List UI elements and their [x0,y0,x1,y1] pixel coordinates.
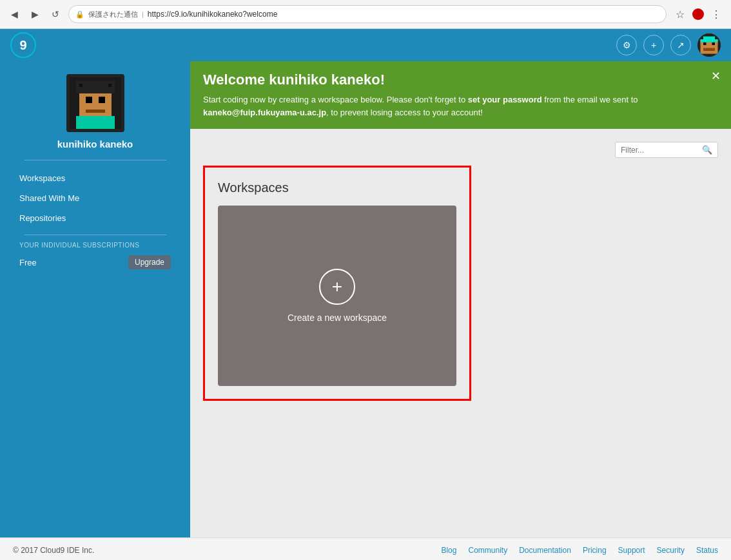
sidebar-item-shared-with-me[interactable]: Shared With Me [13,188,177,208]
search-icon: 🔍 [702,145,712,155]
copyright: © 2017 Cloud9 IDE Inc. [13,546,94,555]
url-display: https://c9.io/kunihikokaneko?welcome [148,10,659,19]
browser-right-icons: ☆ ⋮ [672,6,725,23]
subscription-label: YOUR INDIVIDUAL SUBSCRIPTIONS [0,242,190,249]
top-nav: 9 ⚙ + ↗ [0,29,731,61]
footer-link-security[interactable]: Security [657,546,685,555]
sidebar-username: kunihiko kaneko [57,139,133,150]
workspace-header-row: 🔍 [203,142,718,158]
main-body: kunihiko kaneko Workspaces Shared With M… [0,61,731,537]
footer-link-support[interactable]: Support [618,546,645,555]
welcome-text: Start coding now by creating a workspace… [203,93,718,119]
subscription-row: Free Upgrade [0,255,190,269]
svg-rect-5 [703,37,715,40]
workspace-section: 🔍 Workspaces + Create a new workspace [190,129,731,537]
welcome-close-button[interactable]: ✕ [711,69,721,83]
upgrade-button[interactable]: Upgrade [128,255,171,269]
welcome-set-password: set your password [468,95,542,104]
plus-icon: + [332,276,342,297]
footer: © 2017 Cloud9 IDE Inc. Blog Community Do… [0,537,731,560]
svg-rect-12 [99,97,105,103]
workspace-box: Workspaces + Create a new workspace [203,166,471,401]
welcome-text-middle: from the email we sent to [542,95,638,104]
app-container: 9 ⚙ + ↗ [0,29,731,537]
create-workspace-label: Create a new workspace [288,313,387,323]
svg-rect-16 [108,84,112,87]
welcome-banner: Welcome kunihiko kaneko! Start coding no… [190,61,731,129]
sidebar-avatar [66,74,124,132]
sidebar-avatar-image [70,77,121,129]
share-button[interactable]: ↗ [670,35,691,55]
more-menu-button[interactable]: ⋮ [708,6,725,23]
filter-input[interactable] [621,146,698,155]
svg-rect-6 [701,39,718,43]
create-plus-circle: + [319,269,355,305]
footer-link-status[interactable]: Status [696,546,718,555]
welcome-email: kaneko@fuip.fukuyama-u.ac.jp [203,108,326,117]
settings-button[interactable]: ⚙ [616,35,637,55]
svg-rect-11 [86,97,92,103]
svg-rect-14 [76,116,115,129]
plan-name: Free [19,258,37,267]
address-bar[interactable]: 🔒 保護された通信 | https://c9.io/kunihikokaneko… [68,5,667,23]
user-avatar-button[interactable] [697,34,721,57]
welcome-text-before: Start coding now by creating a workspace… [203,95,468,104]
back-button[interactable]: ◀ [6,6,22,22]
svg-rect-7 [703,48,715,52]
svg-rect-13 [86,110,105,113]
security-label: 保護された通信 [88,10,138,19]
welcome-title: Welcome kunihiko kaneko! [203,72,718,88]
forward-button[interactable]: ▶ [27,6,43,22]
lock-icon: 🔒 [75,10,84,19]
bookmark-button[interactable]: ☆ [672,6,688,23]
sidebar-divider-bottom [24,235,166,235]
filter-input-wrapper: 🔍 [615,142,718,158]
extension-icon [692,8,704,20]
avatar-image [697,34,721,57]
footer-link-community[interactable]: Community [468,546,507,555]
app-logo[interactable]: 9 [10,32,36,58]
new-workspace-button[interactable]: + [643,35,664,55]
sidebar-nav: Workspaces Shared With Me Repositories [0,168,190,228]
create-workspace-card[interactable]: + Create a new workspace [218,206,456,386]
svg-rect-2 [703,43,707,46]
sidebar-item-workspaces[interactable]: Workspaces [13,168,177,188]
footer-links: Blog Community Documentation Pricing Sup… [441,546,718,555]
sidebar-item-repositories[interactable]: Repositories [13,208,177,228]
nav-right: ⚙ + ↗ [616,34,721,57]
content-area: Welcome kunihiko kaneko! Start coding no… [190,61,731,537]
sidebar: kunihiko kaneko Workspaces Shared With M… [0,61,190,537]
footer-link-pricing[interactable]: Pricing [583,546,607,555]
sidebar-divider-top [24,160,166,160]
footer-link-documentation[interactable]: Documentation [519,546,571,555]
workspace-box-title: Workspaces [218,180,456,195]
reload-button[interactable]: ↺ [48,6,63,22]
svg-rect-3 [712,43,716,46]
svg-rect-15 [79,84,83,87]
footer-link-blog[interactable]: Blog [441,546,456,555]
welcome-text-after: , to prevent losing access to your accou… [326,108,483,117]
browser-chrome: ◀ ▶ ↺ 🔒 保護された通信 | https://c9.io/kunihiko… [0,0,731,29]
